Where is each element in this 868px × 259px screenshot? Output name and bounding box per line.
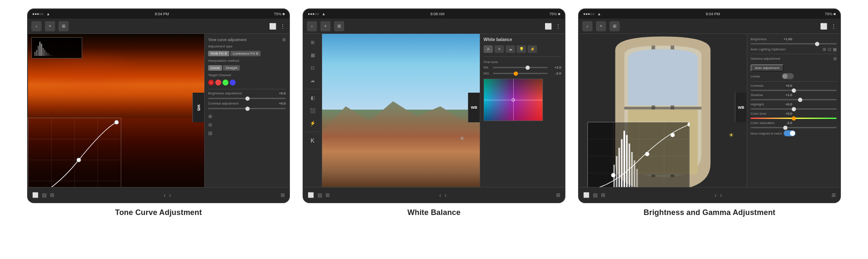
copy-icon-2[interactable]: ⬜ [545,23,552,30]
more-icon-2[interactable]: ⋮ [555,23,561,30]
brightness-p3-thumb[interactable] [815,42,819,46]
ra-thumb[interactable] [526,66,530,70]
toolbar-3: ‹ + ⊞ ⬜ ⋮ [579,19,840,34]
green-channel-circle[interactable] [223,80,228,85]
vert-icon-3[interactable]: ⊡ [306,63,319,73]
brightness-p3-label: Brightness [751,37,780,41]
wb-daylight-icon[interactable]: ☀ [495,45,504,53]
move-midpoint-toggle[interactable] [784,130,796,136]
copy-icon-3[interactable]: ⬜ [820,23,827,30]
prev-arrow-1[interactable]: ‹ [164,192,166,198]
copy-icon-1[interactable]: ⬜ [269,23,276,30]
zoom-out-icon-1[interactable]: ⊖ [208,122,286,128]
shadow-p3-slider[interactable] [751,99,837,100]
contrast-adj-val: +0.0 [279,102,286,105]
blue-channel-circle[interactable] [230,80,236,85]
color-sat-p3-label: Color saturation [751,121,780,125]
contrast-thumb-1[interactable] [245,107,250,111]
expand-icon-3[interactable]: ⊞ [832,192,836,198]
vert-icon-4[interactable]: ☁ [306,75,319,85]
add-btn-2[interactable]: + [320,21,331,31]
contrast-slider-1[interactable] [208,108,286,109]
expand-icon-2[interactable]: ⊞ [556,192,560,198]
wb-sidebar-1: WB [192,93,204,122]
compare-icon-3[interactable]: ▤ [593,192,598,198]
wb-mode-icons: A ☀ ☁ 💡 ⚡ [484,45,561,53]
vert-icon-2[interactable]: ▦ [306,50,319,60]
wb-flash-icon[interactable]: ⚡ [528,45,537,53]
next-arrow-1[interactable]: › [169,192,171,198]
fit-icon-1[interactable]: ⊞ [208,130,286,136]
color-sat-p3-thumb[interactable] [783,126,787,130]
wb-auto-icon[interactable]: A [484,45,493,53]
zoom-icon-1[interactable]: ⊕ [208,113,286,119]
vert-icon-6[interactable]: ⬛ [306,105,319,116]
prev-arrow-3[interactable]: ‹ [715,192,717,198]
expand-icon-1[interactable]: ⊞ [281,192,285,198]
ra-val: +2.0 [549,66,561,69]
mg-thumb[interactable] [514,72,518,76]
highlight-p3-slider[interactable] [751,108,837,110]
prev-arrow-2[interactable]: ‹ [439,192,441,198]
linear-toggle[interactable] [782,73,794,79]
back-btn-3[interactable]: ‹ [582,21,593,31]
more-icon-3[interactable]: ⋮ [831,23,837,30]
all-channel-circle[interactable] [208,80,214,85]
auto-light-icon-2[interactable]: ⊡ [828,47,831,52]
vert-icon-1[interactable]: ⊞ [306,37,319,47]
finetune-label: Fine-tune [484,60,561,64]
add-btn-3[interactable]: + [596,21,606,31]
contrast-p3-slider[interactable] [751,90,837,91]
vert-icon-7[interactable]: ⚡ [306,118,319,128]
back-btn-2[interactable]: ‹ [307,21,317,31]
layers-btn-3[interactable]: ⊞ [609,21,620,31]
color-tune-p3-slider[interactable] [751,118,837,119]
frame-icon-3[interactable]: ⬜ [583,192,590,198]
brightness-slider-1[interactable] [208,98,286,99]
curve-btn[interactable]: Curve [208,65,222,71]
wb-cloud-icon[interactable]: ☁ [506,45,515,53]
wb-tungsten-icon[interactable]: 💡 [517,45,526,53]
red-channel-circle[interactable] [215,80,221,85]
gamma-icon[interactable]: ⊞ [833,56,837,61]
ra-slider[interactable] [493,67,548,68]
brightness-thumb-1[interactable] [245,96,250,101]
straight-btn[interactable]: Straight [223,65,240,71]
next-arrow-2[interactable]: › [445,192,447,198]
grid-icon-1[interactable]: ⊞ [50,192,54,198]
add-btn-1[interactable]: + [45,21,55,31]
frame-icon-1[interactable]: ⬜ [32,192,39,198]
rgb-fg-b-btn[interactable]: RGB FG B [208,51,229,56]
layers-btn-1[interactable]: ⊞ [58,21,69,31]
layers-icon-1: ⊞ [62,24,65,28]
color-picker-box[interactable] [484,79,543,121]
signal-icon: ●●●○○ [32,12,44,16]
status-left-1: ●●●○○ ▲ [32,12,50,16]
shadow-p3-thumb[interactable] [798,98,802,102]
back-btn-1[interactable]: ‹ [31,21,42,31]
panel-expand-icon[interactable]: ⊞ [282,37,286,42]
color-circles [208,80,286,85]
auto-light-icon-1[interactable]: ⊞ [823,47,826,52]
compare-icon-1[interactable]: ▤ [42,192,47,198]
grid-icon-3[interactable]: ⊞ [601,192,605,198]
auto-adj-btn[interactable]: Auto adjustment [751,64,784,72]
highlight-p3-thumb[interactable] [792,107,796,111]
more-icon-1[interactable]: ⋮ [280,23,286,30]
color-sat-p3-slider[interactable] [751,127,837,128]
adj-type-label: Adjustment type [208,44,232,48]
compare-icon-2[interactable]: ▤ [317,192,322,198]
mg-slider[interactable] [493,73,548,74]
contrast-adj-label: Contrast adjustment [208,102,239,105]
luminance-fg-b-btn[interactable]: Luminance FG B [230,51,261,56]
vert-icon-8[interactable]: K [306,135,319,146]
auto-light-icon-3[interactable]: ▦ [833,47,837,52]
next-arrow-3[interactable]: › [720,192,722,198]
vert-icon-5[interactable]: ◧ [306,93,319,103]
frame-icon-2[interactable]: ⬜ [308,192,314,198]
grid-icon-2[interactable]: ⊞ [326,192,330,198]
contrast-p3-thumb[interactable] [792,88,796,93]
brightness-p3-slider[interactable] [751,43,837,44]
layers-btn-2[interactable]: ⊞ [334,21,344,31]
color-tune-p3-thumb[interactable] [792,116,796,121]
